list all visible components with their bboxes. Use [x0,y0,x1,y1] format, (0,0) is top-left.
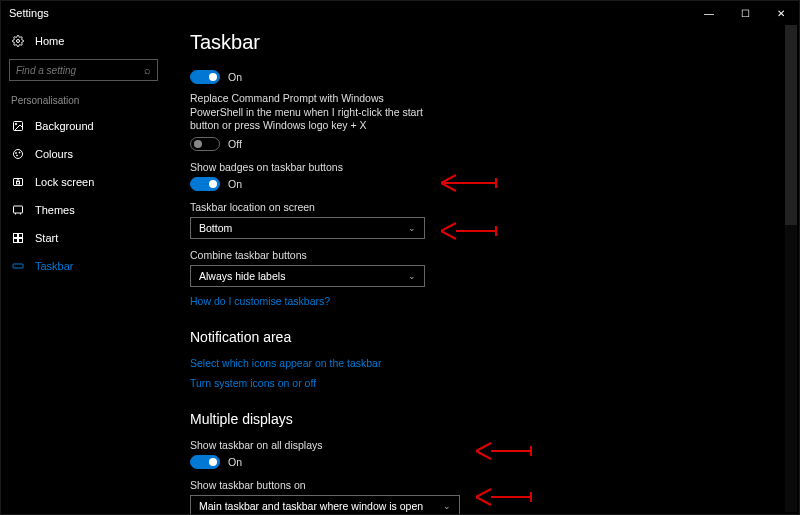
brush-icon [11,204,25,216]
sidebar-item-themes[interactable]: Themes [1,196,166,224]
settings-window: Settings — ☐ ✕ Home ⌕ Personalisation [0,0,800,515]
sidebar-item-background[interactable]: Background [1,112,166,140]
sidebar-section-label: Personalisation [1,91,166,112]
svg-point-2 [15,123,17,125]
chevron-down-icon: ⌄ [443,501,451,511]
customise-link[interactable]: How do I customise taskbars? [190,295,781,307]
toggle-row-powershell: Off [190,137,781,151]
image-icon [11,120,25,132]
svg-rect-10 [14,234,18,238]
sidebar-item-label: Taskbar [35,260,74,272]
top-toggle-label: On [228,71,242,83]
svg-point-0 [17,40,20,43]
content-area: Home ⌕ Personalisation Background Colour… [1,25,799,514]
sidebar-item-label: Colours [35,148,73,160]
start-icon [11,232,25,244]
multi-buttons-label: Show taskbar buttons on [190,479,781,491]
multi-displays-heading: Multiple displays [190,411,781,427]
badges-toggle[interactable] [190,177,220,191]
powershell-toggle-label: Off [228,138,242,150]
search-input[interactable] [16,65,136,76]
chevron-down-icon: ⌄ [408,223,416,233]
top-toggle[interactable] [190,70,220,84]
svg-point-3 [14,150,23,159]
close-button[interactable]: ✕ [763,1,799,25]
lock-icon [11,176,25,188]
toggle-row-badges: On [190,177,781,191]
multi-buttons-dropdown[interactable]: Main taskbar and taskbar where window is… [190,495,460,514]
multi-show-label: Show taskbar on all displays [190,439,781,451]
sidebar-item-home[interactable]: Home [1,29,166,53]
notif-system-link[interactable]: Turn system icons on or off [190,377,781,389]
powershell-toggle[interactable] [190,137,220,151]
sidebar-item-label: Start [35,232,58,244]
svg-rect-14 [13,264,23,268]
sidebar-home-label: Home [35,35,64,47]
sidebar-item-label: Lock screen [35,176,94,188]
palette-icon [11,148,25,160]
svg-rect-12 [14,239,18,243]
settings-search[interactable]: ⌕ [9,59,158,81]
badges-toggle-label: On [228,178,242,190]
search-icon: ⌕ [144,64,151,76]
notif-icons-link[interactable]: Select which icons appear on the taskbar [190,357,781,369]
location-dropdown[interactable]: Bottom ⌄ [190,217,425,239]
svg-point-4 [16,153,17,154]
sidebar-item-lockscreen[interactable]: Lock screen [1,168,166,196]
svg-point-5 [19,152,20,153]
taskbar-icon [11,260,25,272]
sidebar-item-taskbar[interactable]: Taskbar [1,252,166,280]
minimize-button[interactable]: — [691,1,727,25]
window-title: Settings [9,7,49,19]
multi-show-toggle-label: On [228,456,242,468]
location-label: Taskbar location on screen [190,201,781,213]
badges-label: Show badges on taskbar buttons [190,161,781,173]
multi-show-toggle[interactable] [190,455,220,469]
sidebar-item-label: Themes [35,204,75,216]
gear-icon [11,35,25,47]
svg-rect-13 [19,239,23,243]
svg-rect-11 [19,234,23,238]
main-panel: Taskbar On Replace Command Prompt with W… [166,25,799,514]
scrollbar-thumb[interactable] [785,25,797,225]
svg-rect-9 [14,206,23,213]
powershell-desc: Replace Command Prompt with Windows Powe… [190,92,430,133]
notification-heading: Notification area [190,329,781,345]
combine-value: Always hide labels [199,270,285,282]
svg-point-6 [17,155,18,156]
page-title: Taskbar [190,31,781,54]
chevron-down-icon: ⌄ [408,271,416,281]
toggle-row-multi-show: On [190,455,781,469]
settings-sidebar: Home ⌕ Personalisation Background Colour… [1,25,166,514]
maximize-button[interactable]: ☐ [727,1,763,25]
sidebar-item-start[interactable]: Start [1,224,166,252]
sidebar-item-colours[interactable]: Colours [1,140,166,168]
window-controls: — ☐ ✕ [691,1,799,25]
svg-rect-8 [17,182,20,185]
combine-label: Combine taskbar buttons [190,249,781,261]
location-value: Bottom [199,222,232,234]
combine-dropdown[interactable]: Always hide labels ⌄ [190,265,425,287]
sidebar-item-label: Background [35,120,94,132]
toggle-row-top: On [190,70,781,84]
multi-buttons-value: Main taskbar and taskbar where window is… [199,500,423,512]
titlebar: Settings — ☐ ✕ [1,1,799,25]
